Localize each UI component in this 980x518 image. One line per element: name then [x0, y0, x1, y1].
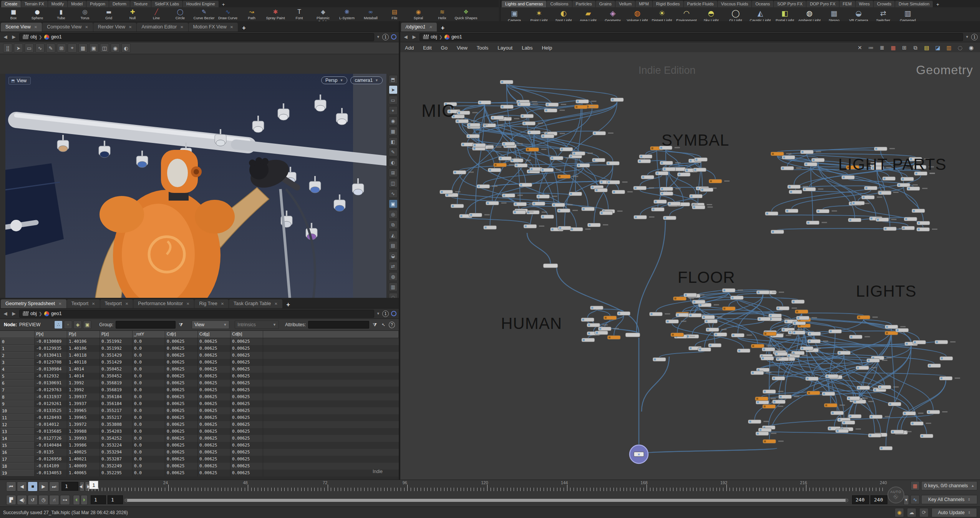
play-backward-button[interactable]: ◀	[17, 481, 27, 491]
loop-mode-icon[interactable]: ↺	[28, 495, 38, 505]
link-badge[interactable]: 1	[382, 34, 389, 40]
step-back-button[interactable]: ◀▏	[80, 481, 85, 491]
link-badge[interactable]: 1	[971, 34, 978, 40]
shelf-tab-create[interactable]: Create	[1, 1, 21, 7]
shelf-tool-grid[interactable]: ▬Grid	[97, 8, 121, 20]
tab-render-view[interactable]: Render View✕	[93, 23, 137, 32]
path-dropdown-icon[interactable]: ▼	[965, 35, 969, 39]
network-boxes-icon[interactable]: ⧉	[911, 43, 920, 52]
play-forward-button[interactable]: ▶	[38, 481, 48, 491]
new-tab-button[interactable]: +	[437, 25, 448, 32]
viewport-side-tool-13[interactable]: ◎	[389, 210, 398, 219]
shelf-tool-torus[interactable]: ◎Torus	[73, 8, 97, 20]
realtime-toggle-icon[interactable]: ◷	[38, 495, 48, 505]
shelf-tab-houdini-engine[interactable]: Houdini Engine	[183, 1, 219, 7]
forward-icon[interactable]: ▶	[411, 34, 417, 40]
close-icon[interactable]: ✕	[34, 25, 37, 29]
gallery-box-icon[interactable]: ▥	[945, 43, 953, 52]
shelf-tab-collisions[interactable]: Collisions	[547, 1, 572, 7]
tab-animation-editor[interactable]: Animation Editor✕	[137, 23, 188, 32]
viewport-side-tool-14[interactable]: ⧉	[389, 220, 398, 229]
pane-grip-icon[interactable]: ⣿	[3, 43, 12, 53]
primitives-level-icon[interactable]: ◈	[73, 320, 82, 329]
table-row[interactable]: 3-0.01297081.401180.3514290.00.006250.00…	[0, 359, 399, 366]
shelf-tool-ambient-light[interactable]: ◍Ambient Light	[797, 8, 822, 22]
pin-icon[interactable]	[391, 34, 396, 40]
memory-icon[interactable]: ☁	[907, 508, 916, 517]
lasso-select-icon[interactable]: ∿	[35, 43, 45, 53]
points-level-icon[interactable]: ∴	[54, 320, 63, 329]
display-points-icon[interactable]: ◉	[111, 43, 120, 53]
table-row[interactable]: 12-0.0140121.399720.3538080.00.006250.00…	[0, 421, 399, 428]
range-right-thumb[interactable]	[846, 498, 849, 503]
close-icon[interactable]: ✕	[429, 25, 432, 29]
menu-layout[interactable]: Layout	[497, 45, 512, 51]
shelf-tab-dop-pyro-fx[interactable]: DOP Pyro FX	[806, 1, 839, 7]
view-mode-dropdown[interactable]: View▼	[192, 320, 229, 329]
range-end-field[interactable]: 240	[852, 495, 869, 504]
table-row[interactable]: 0-0.01300891.401060.3519920.00.006250.00…	[0, 338, 399, 345]
viewport-side-tool-2[interactable]: ▭	[389, 96, 398, 105]
next-key-button[interactable]: ⏵	[81, 495, 88, 505]
tab-composite-view[interactable]: Composite View✕	[42, 23, 93, 32]
back-icon[interactable]: ◀	[2, 311, 8, 316]
vertices-level-icon[interactable]: ◦	[64, 320, 72, 329]
sticky-note-icon[interactable]: ▤	[922, 43, 931, 52]
shelf-tab-drive-simulation[interactable]: Drive Simulation	[895, 1, 933, 7]
path-node[interactable]: geo1	[51, 311, 62, 316]
column-header-p-x-[interactable]: P[x]	[35, 331, 67, 338]
view-options-icon[interactable]: ◫	[100, 43, 109, 53]
shelf-tool-spot-light[interactable]: ◐Spot Light	[551, 8, 576, 22]
view-label-chip[interactable]: ⬒ View	[8, 77, 31, 85]
shelf-tool-spray-paint[interactable]: ✱Spray Paint	[264, 8, 287, 20]
persp-view-button[interactable]: Persp▼	[321, 76, 347, 84]
network-canvas[interactable]: ✕ Indie Edition Geometry MICSYMBALLIGHT …	[400, 52, 980, 480]
viewport-side-tool-17[interactable]: ◒	[389, 251, 398, 260]
prev-key-button[interactable]: ⏴	[73, 495, 80, 505]
shelf-tab-particle-fluids[interactable]: Particle Fluids	[684, 1, 717, 7]
playback-options-icon[interactable]: ▛	[6, 495, 16, 505]
keys-info-button[interactable]: 0 keys, 0/0 channels▲	[921, 481, 977, 490]
pin-icon[interactable]	[391, 311, 396, 316]
menu-go[interactable]: Go	[441, 45, 448, 51]
pin-icon[interactable]: ➴	[380, 322, 386, 327]
path-node[interactable]: geo1	[51, 34, 62, 40]
shelf-tool-path[interactable]: ↝Path	[240, 8, 264, 20]
path-root[interactable]: obj	[30, 311, 37, 316]
viewport-side-tool-11[interactable]: ∿	[389, 189, 398, 198]
auto-key-button[interactable]: AUTO ⚿	[887, 486, 904, 503]
keyframe-options-icon[interactable]: ⊶	[60, 495, 70, 505]
shelf-tab-modify[interactable]: Modify	[48, 1, 67, 7]
column-header--roty[interactable]: _rotY	[133, 331, 165, 338]
table-row[interactable]: 11-0.01284931.399650.3552170.00.006250.0…	[0, 414, 399, 421]
table-row[interactable]: 13-0.01356851.399880.3542030.00.006250.0…	[0, 428, 399, 435]
shelf-tool-draw-curve[interactable]: ∿Draw Curve	[216, 8, 240, 20]
table-row[interactable]: 4-0.01309841.40140.3504520.00.006250.006…	[0, 366, 399, 373]
shelf-tab-model[interactable]: Model	[68, 1, 86, 7]
autokey-dropdown-icon[interactable]: ▼	[904, 495, 909, 505]
tab-rig-tree[interactable]: Rig Tree✕	[194, 299, 229, 308]
construction-plane-icon[interactable]: ▦	[78, 43, 88, 53]
viewport-side-tool-12[interactable]: ▣	[389, 199, 398, 208]
color-palette-icon[interactable]: ▦	[889, 43, 897, 52]
shelf-tool-box[interactable]: ■Box	[2, 8, 25, 20]
viewport-side-tool-20[interactable]: ▥	[389, 282, 398, 291]
flipbook-icon[interactable]: ▣	[89, 43, 98, 53]
tab-scene-view[interactable]: Scene View✕	[1, 23, 42, 32]
jump-to-start-button[interactable]: ⏮	[6, 481, 16, 491]
shelf-tool-null[interactable]: ✚Null	[121, 8, 144, 20]
shelf-tool-metaball[interactable]: ∞Metaball	[359, 8, 383, 20]
viewport-side-tool-3[interactable]: ⌖	[389, 106, 398, 115]
menu-labs[interactable]: Labs	[522, 45, 532, 51]
shelf-tool-quick-shapes[interactable]: ❖Quick Shapes	[454, 8, 478, 20]
frame-ruler[interactable]: 1 24487296120144168192216240	[88, 480, 886, 493]
path-dropdown-icon[interactable]: ▼	[376, 312, 380, 315]
menu-tools[interactable]: Tools	[477, 45, 488, 51]
stop-button[interactable]: ■	[28, 481, 38, 491]
shelf-tool-point-light[interactable]: ✶Point Light	[527, 8, 551, 22]
tab-geometry-spreadsheet[interactable]: Geometry Spreadsheet✕	[1, 299, 66, 308]
column-header-cd-b-[interactable]: Cd[b]	[230, 331, 263, 338]
table-row[interactable]: 9-0.01292611.399370.3561840.00.006250.00…	[0, 400, 399, 407]
viewport-side-tool-15[interactable]: ◭	[389, 231, 398, 239]
shelf-tool-l-system[interactable]: ❋L-System	[335, 8, 359, 20]
